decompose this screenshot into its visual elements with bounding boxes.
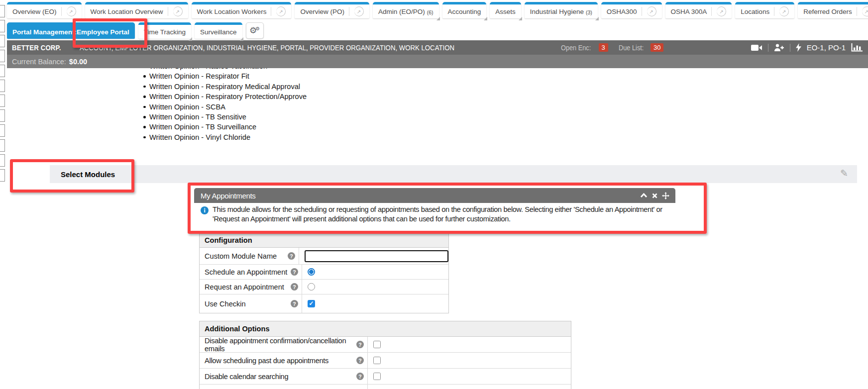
tab-osha300a[interactable]: OSHA 300A ↗ — [665, 2, 732, 18]
external-link-icon[interactable]: ↗ — [862, 6, 868, 16]
toolbar-icons: EO-1, PO-1 — [751, 43, 863, 52]
module-header[interactable]: My Appointments — [194, 188, 675, 203]
table-row: Schedule an Appointment ? — [200, 265, 448, 280]
field-label: Schedule an Appointment — [205, 268, 287, 276]
schedule-appointment-radio[interactable] — [308, 268, 315, 276]
external-link-icon[interactable]: ↗ — [173, 6, 183, 16]
disable-confirmation-emails-checkbox[interactable] — [373, 341, 381, 348]
select-modules-header: Select Modules ✎ — [50, 165, 857, 183]
external-link-icon[interactable]: ↗ — [717, 6, 726, 16]
video-camera-icon[interactable] — [751, 44, 762, 51]
close-icon[interactable] — [652, 193, 657, 198]
help-icon[interactable]: ? — [291, 268, 298, 276]
configuration-table: Configuration Custom Module Name ? Sched… — [199, 233, 449, 313]
list-item: Written Opinion - SCBA — [143, 102, 307, 112]
collapsed-edge-box — [0, 169, 5, 182]
collapse-chevron-up-icon[interactable] — [640, 193, 648, 198]
help-icon[interactable]: ? — [291, 300, 298, 307]
primary-tab-bar: Overview (EO) ↗ Work Location Overview ↗… — [7, 2, 868, 18]
collapsed-edge-box — [0, 109, 5, 122]
tab-admin-eo-po[interactable]: Admin (EO/PO) (6) — [373, 2, 439, 18]
use-checkin-checkbox[interactable] — [308, 300, 315, 307]
field-label: Disable calendar searching — [205, 373, 288, 381]
due-list-badge[interactable]: 30 — [651, 43, 663, 52]
tab-osha300[interactable]: OSHA300 ↗ — [601, 2, 662, 18]
lightning-icon[interactable] — [796, 43, 801, 52]
collapsed-edge-box — [0, 35, 5, 47]
tab-assets[interactable]: Assets — [490, 2, 521, 18]
collapsed-edge-box — [0, 95, 5, 107]
help-icon[interactable]: ? — [288, 252, 295, 260]
external-link-icon[interactable]: ↗ — [647, 6, 656, 16]
tab-overview-eo[interactable]: Overview (EO) ↗ — [7, 2, 82, 18]
tab-surveillance[interactable]: Surveillance — [195, 22, 242, 39]
table-row: Custom Module Name ? — [200, 248, 448, 265]
collapsed-edge-box — [0, 154, 5, 167]
external-link-icon[interactable]: ↗ — [779, 6, 789, 16]
table-row: Use Checkin ? — [200, 294, 448, 313]
custom-module-name-input[interactable] — [305, 250, 448, 262]
balance-label: Current Balance: — [12, 58, 66, 66]
context-label: EO-1, PO-1 — [807, 43, 846, 52]
move-icon[interactable] — [662, 192, 669, 199]
tab-time-tracking[interactable]: Time Tracking — [138, 22, 191, 39]
bar-chart-icon[interactable] — [851, 43, 863, 52]
collapsed-edge-box — [0, 65, 5, 77]
divider — [768, 44, 768, 52]
context-bar: BETTER CORP. ACCOUNT, EMPLOYER ORGANIZAT… — [7, 40, 868, 55]
help-icon[interactable]: ? — [356, 341, 364, 348]
list-item: Written Opinion - Respiratory Protection… — [143, 92, 307, 101]
tab-label: Work Location Workers — [197, 8, 267, 15]
tab-portal-management-employee-portal[interactable]: Portal Management:Employee Portal — [7, 22, 135, 39]
request-appointment-radio[interactable] — [308, 283, 315, 291]
tab-label: Portal Management:Employee Portal — [12, 28, 129, 36]
collapsed-edge-box — [0, 5, 5, 17]
external-link-icon[interactable]: ↗ — [354, 6, 364, 16]
balance-bar: Current Balance: $0.00 — [7, 55, 868, 68]
external-link-icon[interactable]: ↗ — [276, 6, 286, 16]
add-person-icon[interactable] — [774, 44, 784, 51]
tab-label: Time Tracking — [144, 28, 186, 36]
written-opinions-list: Written Opinion - Rabies Vaccination Wri… — [143, 61, 307, 142]
tab-work-location-workers[interactable]: Work Location Workers ↗ — [192, 2, 292, 18]
tab-referred-orders[interactable]: Referred Orders ↗ — [798, 2, 868, 18]
tab-label: Surveillance — [200, 28, 237, 36]
tab-label: Referred Orders — [803, 8, 852, 15]
tab-locations[interactable]: Locations ↗ — [735, 2, 794, 18]
divider — [168, 7, 168, 16]
list-item: Written Opinion - TB Sensitive — [143, 112, 307, 122]
tab-count: (6) — [427, 9, 434, 15]
collapsed-edge-box — [0, 124, 5, 137]
tab-accounting[interactable]: Accounting — [442, 2, 487, 18]
scope-list: ACCOUNT, EMPLOYER ORGANIZATION, INDUSTRI… — [80, 43, 454, 52]
tab-label: Work Location Overview — [91, 8, 163, 15]
settings-button[interactable]: ⚙⚙ — [246, 22, 264, 39]
due-list-label: Due List: — [619, 44, 644, 52]
divider — [711, 7, 712, 16]
balance-value: $0.00 — [69, 58, 87, 66]
edit-icon[interactable]: ✎ — [840, 168, 848, 179]
tab-label: Locations — [741, 8, 769, 15]
list-item: Written Opinion - Respirator Fit — [143, 71, 307, 81]
list-item: Written Opinion - Respiratory Medical Ap… — [143, 82, 307, 92]
table-title: Additional Options — [200, 321, 571, 337]
divider — [61, 7, 62, 16]
tab-label: Overview (PO) — [300, 8, 344, 15]
allow-past-due-checkbox[interactable] — [373, 357, 381, 364]
external-link-icon[interactable]: ↗ — [67, 6, 76, 16]
gear-small-icon: ⚙ — [255, 26, 260, 31]
collapsed-edge-box — [0, 139, 5, 152]
list-item: Written Opinion - TB Surveillance — [143, 122, 307, 132]
collapsed-edge-box — [0, 80, 5, 92]
tab-label: Accounting — [448, 8, 481, 15]
open-enc-badge[interactable]: 3 — [599, 43, 608, 52]
help-icon[interactable]: ? — [291, 283, 298, 291]
tab-label: Admin (EO/PO) — [378, 8, 425, 15]
disable-calendar-searching-checkbox[interactable] — [373, 373, 381, 380]
tab-industrial-hygiene[interactable]: Industrial Hygiene (3) — [525, 2, 598, 18]
tab-overview-po[interactable]: Overview (PO) ↗ — [295, 2, 369, 18]
table-row: Disable calendar searching ? — [200, 369, 571, 385]
help-icon[interactable]: ? — [356, 357, 364, 364]
tab-work-location-overview[interactable]: Work Location Overview ↗ — [85, 2, 188, 18]
help-icon[interactable]: ? — [356, 373, 364, 380]
